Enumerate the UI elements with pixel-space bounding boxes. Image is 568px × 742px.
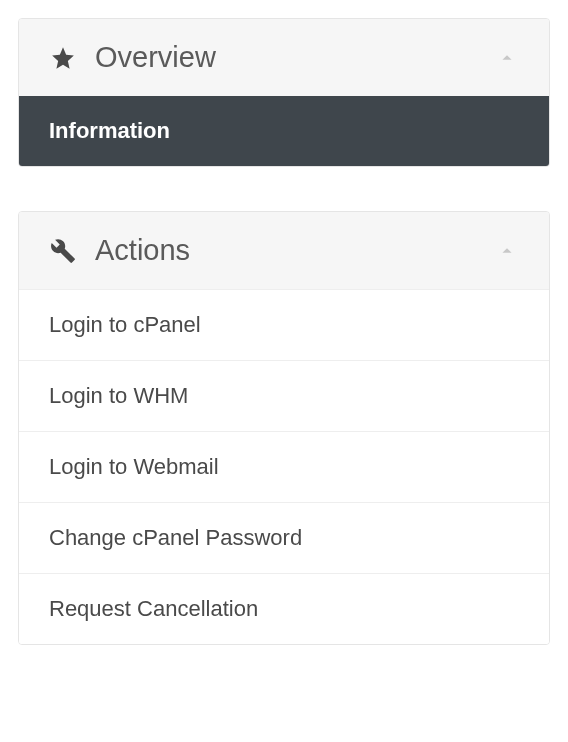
overview-item-information[interactable]: Information [19, 96, 549, 166]
action-item-login-whm[interactable]: Login to WHM [19, 360, 549, 431]
action-item-label: Request Cancellation [49, 596, 258, 621]
wrench-icon [49, 237, 77, 265]
action-item-change-password[interactable]: Change cPanel Password [19, 502, 549, 573]
action-item-label: Login to Webmail [49, 454, 219, 479]
action-item-login-cpanel[interactable]: Login to cPanel [19, 289, 549, 360]
overview-header[interactable]: Overview [19, 19, 549, 96]
overview-panel: Overview Information [18, 18, 550, 167]
action-item-login-webmail[interactable]: Login to Webmail [19, 431, 549, 502]
actions-title: Actions [95, 234, 495, 267]
action-item-request-cancellation[interactable]: Request Cancellation [19, 573, 549, 644]
chevron-up-icon [495, 239, 519, 263]
overview-title: Overview [95, 41, 495, 74]
action-item-label: Login to WHM [49, 383, 188, 408]
action-item-label: Login to cPanel [49, 312, 201, 337]
overview-item-label: Information [49, 118, 170, 143]
action-item-label: Change cPanel Password [49, 525, 302, 550]
actions-header[interactable]: Actions [19, 212, 549, 289]
star-icon [49, 44, 77, 72]
chevron-up-icon [495, 46, 519, 70]
actions-panel: Actions Login to cPanel Login to WHM Log… [18, 211, 550, 645]
